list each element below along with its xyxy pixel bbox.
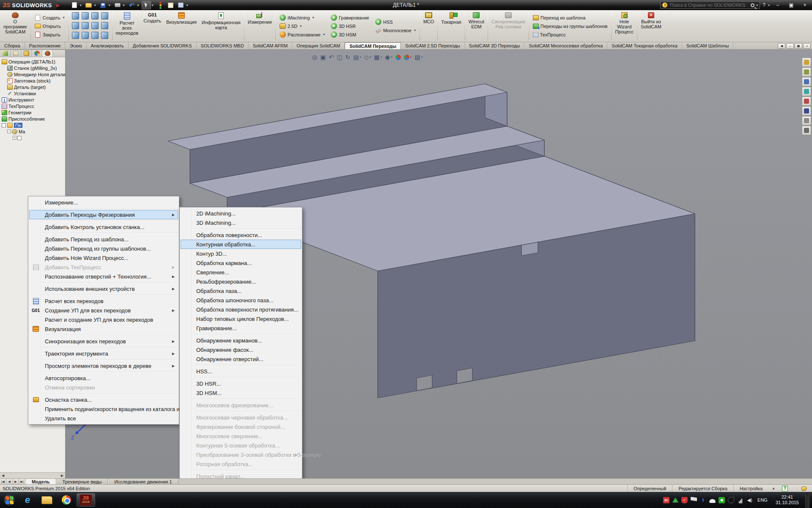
display-options-button[interactable] — [176, 1, 186, 9]
start-button[interactable] — [1, 493, 18, 507]
tab-эскиз[interactable]: Эскиз — [65, 42, 86, 49]
menu-item[interactable]: 3D iMachining... — [181, 218, 301, 227]
view-orientation-caret-icon[interactable]: ▾ — [370, 55, 371, 59]
3d-hsm-button[interactable]: M3D HSM — [329, 31, 370, 39]
menu-item[interactable]: Измерение... — [29, 198, 178, 207]
undo-caret-icon[interactable]: ▾ — [137, 3, 141, 7]
measure-button[interactable]: Измерение — [245, 11, 274, 41]
tab-анализировать[interactable]: Анализировать — [87, 42, 129, 49]
minimize-doc-button[interactable]: – — [786, 43, 794, 49]
help-search-box[interactable]: ? ▾ — [660, 1, 760, 9]
3d-hsr-button[interactable]: R3D HSR — [329, 22, 370, 30]
menu-item[interactable]: G01Создание УП для всех переходов▶ — [29, 306, 178, 315]
google-drive-icon[interactable] — [672, 497, 678, 502]
collapse-pane-button[interactable]: ◀ — [778, 43, 785, 49]
tab-solidcam-токарная-обработка[interactable]: SolidCAM Токарная обработка — [607, 42, 682, 49]
view-cube-icon[interactable] — [82, 32, 89, 39]
menu-item[interactable]: Добавить Контроль установок станка... — [29, 222, 178, 232]
hide-show-items-button[interactable]: ◉▾ — [384, 53, 394, 61]
tree-item[interactable]: Пе — [1, 122, 65, 128]
cam-home-button[interactable] — [802, 58, 811, 67]
techprocess-button[interactable]: ТехПроцесс — [532, 31, 609, 39]
tab-solidcam-manager[interactable] — [42, 50, 53, 57]
apply-scene-button[interactable]: ▾ — [403, 54, 413, 61]
menu-item[interactable]: Визуализация — [29, 324, 178, 334]
properties-button[interactable] — [166, 1, 176, 9]
new-caret-icon[interactable]: ▾ — [63, 16, 65, 19]
previous-view-button[interactable]: ↶ — [327, 53, 335, 61]
tree-item[interactable]: Инструмент — [1, 97, 65, 103]
tree-checkbox[interactable] — [17, 136, 22, 140]
menu-item[interactable]: Обработка паза... — [181, 286, 301, 295]
tree-checkbox[interactable] — [2, 123, 6, 127]
view-cube-icon[interactable] — [91, 12, 99, 19]
menu-item[interactable]: Резьбофрезерование... — [181, 277, 301, 286]
help-button[interactable]: ? — [763, 2, 765, 8]
menu-item[interactable]: 2D iMachining... — [181, 209, 301, 218]
cam-simulate-button[interactable] — [802, 87, 811, 96]
tab-операция-solidcam[interactable]: Операция SolidCAM — [292, 42, 345, 49]
tab-feature-manager[interactable] — [0, 50, 11, 57]
tab-display-manager[interactable] — [32, 50, 42, 57]
menu-item[interactable]: Обнаружение фасок... — [181, 345, 301, 354]
exit-solidcam-button[interactable]: × Выйти изSolidCAM — [638, 11, 664, 41]
hide-show-items-caret-icon[interactable]: ▾ — [391, 55, 392, 59]
cam-stock-button[interactable] — [802, 97, 811, 106]
print-button[interactable] — [113, 1, 122, 9]
menu-item[interactable]: Набор типовых циклов Переходов... — [181, 314, 301, 323]
select-cursor-caret-icon[interactable]: ▾ — [152, 3, 155, 7]
wirecut-edm-button[interactable]: WirecutEDM — [466, 11, 487, 41]
cam-options-button[interactable] — [802, 116, 811, 125]
close-doc-button[interactable]: × — [803, 43, 811, 49]
graphics-area[interactable]: Y X Z ◎▣↶◫↻▤▾◇▾▦▾◉▾▾▧▾ Операция (ДЕТАЛЬ1… — [0, 50, 812, 478]
save-button[interactable] — [99, 1, 108, 9]
menu-item[interactable]: Обработка шпоночного паза... — [181, 295, 301, 305]
tag-icon[interactable] — [801, 486, 808, 491]
antivirus-shield-icon[interactable]: ✓ — [681, 497, 688, 503]
menu-item[interactable]: Добавить Переходы Фрезерования▶ — [29, 210, 178, 219]
tree-item[interactable]: Станок (gMilling_3x) — [1, 65, 65, 71]
menu-item[interactable]: Обработка кармана... — [181, 258, 301, 268]
menu-item[interactable]: Добавить Hole Wizard Процесс... — [29, 253, 178, 262]
menu-item[interactable]: Синхронизация всех переходов▶ — [29, 337, 178, 346]
generate-gcode-button[interactable]: G01 Создать — [141, 11, 164, 41]
tab-solidcam-переходы[interactable]: SolidCAM Переходы — [345, 42, 401, 49]
menu-item[interactable]: Автосортировка... — [29, 373, 178, 383]
turning-button[interactable]: Токарная — [439, 11, 464, 41]
taskbar-solidworks[interactable]: ЗS2015 — [77, 493, 95, 507]
select-cursor-button[interactable] — [142, 1, 151, 9]
view-cube-icon[interactable] — [91, 22, 99, 29]
first-tab-icon[interactable]: |◀ — [0, 479, 6, 484]
about-solidcam-button[interactable]: ОпрограммеSolidCAM — [1, 11, 30, 41]
tree-item[interactable]: + — [1, 135, 65, 141]
scroll-left-icon[interactable]: ◀ — [0, 474, 6, 478]
tree-item[interactable]: Установки — [1, 90, 65, 97]
language-indicator[interactable]: ENG — [756, 497, 769, 502]
annotations-caret-icon[interactable]: ▾ — [359, 55, 361, 59]
tab-property-manager[interactable] — [11, 50, 21, 57]
recognition-button[interactable]: Распознавание▾ — [278, 31, 326, 39]
menu-item[interactable]: Применить подачи/скорости вращения из ка… — [29, 404, 178, 414]
scroll-right-icon[interactable]: ▶ — [59, 474, 65, 478]
taskbar-chrome[interactable] — [57, 493, 76, 507]
bluetooth-icon[interactable]: ᛒ — [700, 497, 706, 503]
menu-item[interactable]: Оснастка станка... — [29, 395, 178, 404]
open-document-caret-icon[interactable]: ▾ — [94, 3, 98, 7]
close-button[interactable]: × — [799, 1, 810, 9]
menu-item[interactable]: Расчет и создание УП для всех переходов — [29, 315, 178, 324]
display-options-caret-icon[interactable]: ▾ — [187, 3, 190, 7]
menu-item[interactable]: 3D HSM... — [181, 388, 301, 398]
view-cube-icon[interactable] — [101, 32, 108, 39]
signal-icon[interactable] — [737, 497, 743, 503]
new-cam-part-button[interactable]: Создать▾ — [33, 14, 66, 22]
cam-setup-button[interactable] — [802, 67, 811, 77]
search-dropdown-caret-icon[interactable]: ▾ — [756, 3, 758, 7]
restore-button[interactable]: ▣ — [786, 1, 797, 9]
view-cube-icon[interactable] — [91, 32, 99, 39]
tree-expander-plus-icon[interactable]: + — [13, 136, 16, 140]
print-caret-icon[interactable]: ▾ — [123, 3, 126, 7]
tab-solidcam-3d-переходы[interactable]: SolidCAM 3D Переходы — [465, 42, 525, 49]
menu-item[interactable]: Контурная обработка... — [181, 240, 301, 249]
close-cam-part-button[interactable]: Закрыть — [33, 31, 66, 39]
new-document-caret-icon[interactable]: ▾ — [80, 3, 83, 7]
